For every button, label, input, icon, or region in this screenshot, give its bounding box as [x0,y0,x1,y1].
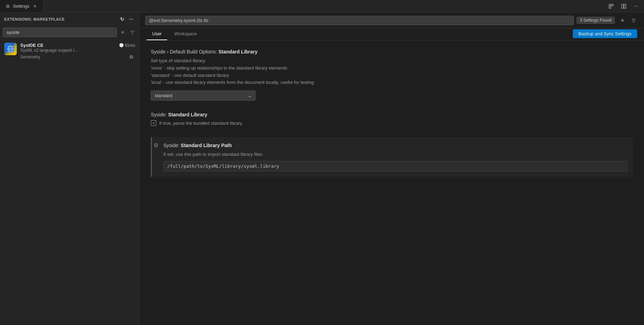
std-library-checkbox[interactable]: ✓ [151,120,156,126]
tab-user[interactable]: User [147,28,167,40]
svg-rect-3 [622,4,623,8]
std-library-path-input[interactable]: /full/path/to/SysML/library/sysml.librar… [163,161,627,171]
svg-rect-0 [609,4,611,6]
setting-description-std-library-path: If set, use this path to import standard… [163,151,627,158]
setting-title-std-library-path: Syside: Standard Library Path [163,143,627,148]
extension-name: SysIDE CE [20,43,43,48]
tabs-left: User Workspace [147,28,204,40]
settings-tab[interactable]: ⚙ Settings ✕ [0,0,44,12]
open-editors-icon[interactable] [606,1,616,11]
extension-publisher: Sensmetry [20,55,40,59]
settings-sort-icon[interactable]: ≡ [617,15,627,25]
settings-tab-label: Settings [13,3,29,9]
setting-section-std-library-path: ⚙ Syside: Standard Library Path If set, … [151,137,633,177]
extension-description: SysML v2 language support i... [20,48,135,53]
sidebar-sort-icon[interactable]: ≡ [118,27,127,37]
extension-item-syside[interactable]: SysIDE CE 🕐 91ms SysML v2 language suppo… [0,40,139,64]
setting-title-std-library: Syside: Standard Library [151,112,633,117]
settings-search-bar: 3 Settings Found ≡ ▽ [140,13,644,28]
extension-timing: 🕐 91ms [119,43,135,48]
extension-info: SysIDE CE 🕐 91ms SysML v2 language suppo… [20,43,135,61]
main-layout: EXTENSIONS: MARKETPLACE ↻ ··· ≡ ▽ [0,13,644,325]
select-chevron-icon: ⌄ [248,93,252,98]
settings-tab-icon: ⚙ [6,3,10,9]
setting-select-standard-library[interactable]: standard ⌄ [151,91,256,101]
settings-search-input[interactable] [145,16,574,25]
settings-content: Syside › Default Build Options: Standard… [140,41,644,325]
settings-panel: 3 Settings Found ≡ ▽ User Workspace Back… [140,13,644,325]
svg-rect-1 [612,4,613,6]
backup-sync-button[interactable]: Backup and Sync Settings [573,29,637,38]
settings-tab-close[interactable]: ✕ [32,3,38,9]
std-library-checkbox-label: If true, parse the bundled standard libr… [159,121,242,126]
settings-tabs: User Workspace Backup and Sync Settings [140,28,644,41]
more-extensions-icon[interactable]: ··· [127,15,135,23]
top-bar: ⚙ Settings ✕ ··· [0,0,644,13]
settings-filter-icon[interactable]: ▽ [629,15,638,25]
settings-found-badge: 3 Settings Found [577,17,615,24]
setting-title-default-build: Syside › Default Build Options: Standard… [151,49,633,55]
sidebar-search-container: ≡ ▽ [0,26,139,40]
sidebar: EXTENSIONS: MARKETPLACE ↻ ··· ≡ ▽ [0,13,140,325]
sidebar-filter-icon[interactable]: ▽ [128,27,136,37]
split-editor-icon[interactable] [619,1,629,11]
svg-rect-2 [609,7,611,8]
extension-gear-button[interactable]: ⚙ [127,53,135,61]
setting-description-default-build: Set type of standard library: 'none' - s… [151,57,633,86]
settings-filter-icons: ≡ ▽ [617,15,638,25]
setting-section-std-library: Syside: Standard Library ✓ If true, pars… [151,112,633,126]
setting-section-default-build: Syside › Default Build Options: Standard… [151,49,633,101]
section-gear-icon[interactable]: ⚙ [154,142,158,149]
svg-rect-4 [624,4,626,8]
clock-icon: 🕐 [119,43,124,48]
extension-logo [4,43,17,55]
sidebar-header-icons: ↻ ··· [118,15,135,23]
setting-checkbox-row: ✓ If true, parse the bundled standard li… [151,120,633,126]
refresh-extensions-icon[interactable]: ↻ [118,15,126,23]
sidebar-header-label: EXTENSIONS: MARKETPLACE [4,17,65,21]
extension-publisher-row: Sensmetry ⚙ [20,53,135,61]
sidebar-search-input[interactable] [3,28,117,37]
top-bar-right: ··· [606,0,644,12]
sidebar-header: EXTENSIONS: MARKETPLACE ↻ ··· [0,13,139,26]
tab-workspace[interactable]: Workspace [169,28,202,40]
more-actions-icon[interactable]: ··· [631,1,641,11]
